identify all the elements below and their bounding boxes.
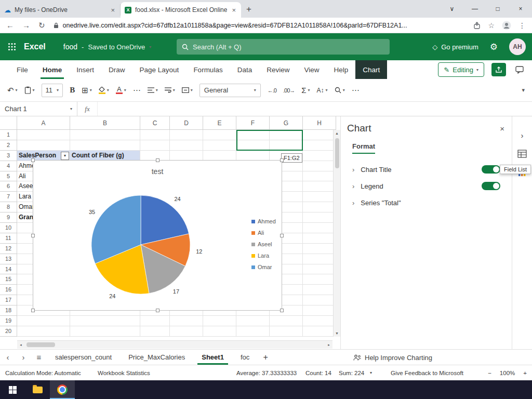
legend-item-lara[interactable]: Lara [251,250,276,261]
toggle-chart-title[interactable] [482,165,500,174]
legend-item-ahmed[interactable]: Ahmed [251,216,276,227]
grid-cell-d1[interactable] [170,130,203,140]
close-pane-icon[interactable]: × [500,124,504,133]
row-header-3[interactable]: 3 [0,151,17,161]
row-header-11[interactable]: 11 [0,233,17,244]
grid-cell-a19[interactable] [17,316,70,326]
more-toolbar-button[interactable]: ⋯ [352,86,360,95]
grid-cell-f20[interactable] [236,326,270,337]
resize-handle[interactable] [280,234,284,237]
grid-cell-g20[interactable] [270,326,303,337]
more-font-options-button[interactable]: ⋯ [133,86,141,95]
legend-item-ali[interactable]: Ali [251,227,276,238]
grid-cell-c1[interactable] [140,130,170,140]
scroll-right-icon[interactable]: ▸ [325,341,332,349]
row-header-18[interactable]: 18 [0,305,17,316]
borders-button[interactable]: ⊞ ▾ [82,86,92,95]
grid-cell-c3[interactable] [140,151,170,161]
pane-section-chart-title[interactable]: ›Chart Title [341,161,512,178]
row-header-5[interactable]: 5 [0,171,17,182]
grid-cell-c19[interactable] [140,316,170,326]
refresh-icon[interactable]: ↻ [38,21,45,30]
grid-cell-f3[interactable] [236,151,270,161]
new-tab-button[interactable]: + [246,4,251,15]
account-avatar[interactable]: AH [509,38,526,55]
row-header-10[interactable]: 10 [0,223,17,233]
status-menu-icon[interactable]: ▾ [370,365,372,381]
ribbon-tab-review[interactable]: Review [259,60,297,79]
resize-handle[interactable] [31,309,35,312]
browser-menu-icon[interactable]: ⋮ [518,21,526,30]
font-size-select[interactable]: 11 ▾ [42,84,63,97]
sheet-tab-salesperson-count[interactable]: salesperson_count [47,350,120,365]
grid-cell-h1[interactable] [303,130,336,140]
prev-sheet-icon[interactable]: ‹ [0,350,16,365]
chrome-button[interactable] [50,380,75,399]
select-all-corner[interactable] [0,116,17,130]
resize-handle[interactable] [156,309,159,312]
grid-cell-h15[interactable] [303,274,336,285]
grid-cell-a2[interactable] [17,140,70,151]
formula-input[interactable] [98,102,532,116]
resize-handle[interactable] [31,158,35,162]
grid-cell-h14[interactable] [303,264,336,275]
grid-cell-g19[interactable] [270,316,303,326]
help-improve-charting-link[interactable]: Help Improve Charting [353,350,432,365]
ribbon-tab-insert[interactable]: Insert [69,60,101,79]
share-button[interactable] [491,63,506,76]
grid-cell-h9[interactable] [303,212,336,223]
ribbon-tab-page-layout[interactable]: Page Layout [132,60,187,79]
workbook-statistics[interactable]: Workbook Statistics [98,365,150,381]
fill-color-button[interactable]: ▾ [99,87,109,94]
ribbon-tab-data[interactable]: Data [230,60,260,79]
ribbon-tab-file[interactable]: File [9,60,35,79]
row-header-19[interactable]: 19 [0,316,17,326]
row-header-15[interactable]: 15 [0,274,17,285]
grid-cell-e19[interactable] [203,316,236,326]
grid-cell-e20[interactable] [203,326,236,337]
legend-item-aseel[interactable]: Aseel [251,238,276,250]
sheet-tab-price-maxcalories[interactable]: Price_MaxCalories [120,350,193,365]
ribbon-tab-formulas[interactable]: Formulas [186,60,230,79]
grid-cell-b3[interactable]: Count of Fiber (g) [70,151,140,161]
row-header-16[interactable]: 16 [0,285,17,295]
row-header-17[interactable]: 17 [0,295,17,305]
grid-cell-d19[interactable] [170,316,203,326]
zoom-level[interactable]: 100% [500,365,515,381]
collapse-ribbon-icon[interactable]: ▾ [522,87,525,94]
grid-cell-h11[interactable] [303,233,336,244]
merge-cells-button[interactable]: ▾ [182,87,193,93]
start-button[interactable] [0,380,25,399]
sheet-list-menu-icon[interactable]: ≡ [31,350,47,365]
column-header-c[interactable]: C [140,116,170,130]
grid-cell-d2[interactable] [170,140,203,151]
app-name[interactable]: Excel [24,42,46,51]
legend-item-omar[interactable]: Omar [251,261,276,273]
grid-cell-a1[interactable] [17,130,70,140]
give-feedback-link[interactable]: Give Feedback to Microsoft [391,365,463,381]
grid-cell-d20[interactable] [170,326,203,337]
grid-cell-a20[interactable] [17,326,70,337]
row-header-7[interactable]: 7 [0,192,17,202]
scroll-left-icon[interactable]: ◂ [17,341,24,349]
browser-tab-onedrive[interactable]: ☁ My files - OneDrive × [0,4,121,16]
resize-handle[interactable] [31,234,35,237]
autosum-button[interactable]: Σ ▾ [301,86,310,95]
chart-object[interactable]: test 2412172435 AhmedAliAseelLaraOmar [33,160,282,311]
chevron-down-icon[interactable]: ▾ [149,45,151,49]
scroll-up-icon[interactable]: ▲ [334,130,340,137]
grid-cell-c20[interactable] [140,326,170,337]
name-box[interactable]: Chart 1 ▾ [0,102,77,116]
next-sheet-icon[interactable]: › [16,350,31,365]
zoom-in-icon[interactable]: + [523,365,527,381]
grid-cell-h2[interactable] [303,140,336,151]
app-launcher-icon[interactable] [0,43,24,51]
close-button[interactable]: × [509,0,532,18]
sheet-tab-sheet1[interactable]: Sheet1 [193,350,232,365]
row-header-13[interactable]: 13 [0,254,17,264]
grid-cell-d3[interactable] [170,151,203,161]
grid-cell-b2[interactable] [70,140,140,151]
find-button[interactable]: ▾ [335,87,345,94]
row-header-4[interactable]: 4 [0,161,17,171]
saved-status[interactable]: Saved to OneDrive [88,43,145,51]
